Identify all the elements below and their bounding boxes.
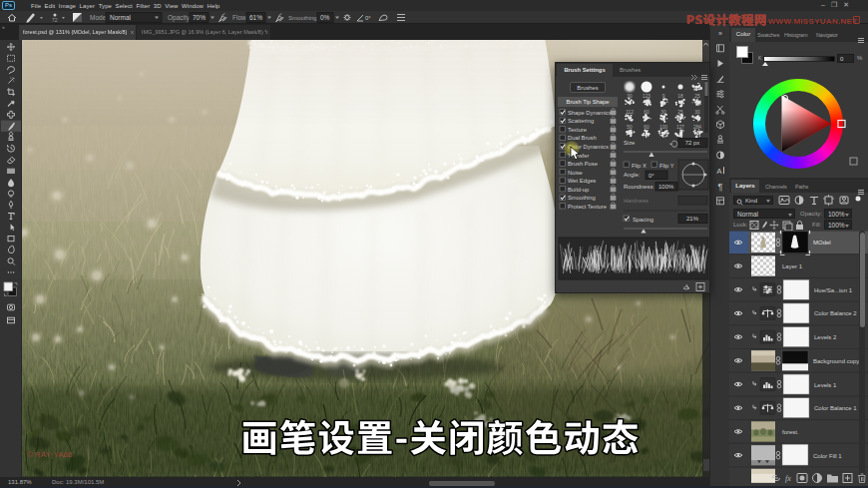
svg-text:Build-up: Build-up xyxy=(568,187,589,193)
svg-text:Hardness: Hardness xyxy=(624,198,649,204)
svg-text:Levels 1: Levels 1 xyxy=(814,382,837,388)
svg-text:¶: ¶ xyxy=(718,182,723,192)
svg-text:Texture: Texture xyxy=(568,127,587,133)
svg-text:Scattering: Scattering xyxy=(568,118,594,124)
svg-text:Flow:: Flow: xyxy=(232,14,248,21)
svg-text:0%: 0% xyxy=(320,14,330,21)
svg-text:18: 18 xyxy=(677,94,683,99)
svg-text:Brush Pose: Brush Pose xyxy=(568,161,598,167)
svg-text:Noise: Noise xyxy=(568,170,583,176)
svg-text:60: 60 xyxy=(644,110,650,115)
svg-text:Flip X: Flip X xyxy=(632,163,647,169)
svg-text:Shape Dynamics: Shape Dynamics xyxy=(568,110,612,116)
svg-text:30: 30 xyxy=(660,110,666,115)
svg-text:forest.: forest. xyxy=(782,429,799,435)
svg-text:Spacing: Spacing xyxy=(633,217,653,223)
svg-text:9: 9 xyxy=(662,94,665,99)
svg-text:Levels 2: Levels 2 xyxy=(814,334,837,340)
svg-text:Normal: Normal xyxy=(110,14,132,21)
svg-text:Flip Y: Flip Y xyxy=(659,163,674,169)
svg-text:30: 30 xyxy=(694,110,700,115)
svg-text:Layer 1: Layer 1 xyxy=(782,263,803,269)
svg-text:Background copy.: Background copy. xyxy=(813,358,861,364)
svg-text:50: 50 xyxy=(627,125,633,130)
svg-text:Size: Size xyxy=(624,140,635,146)
svg-text:72: 72 xyxy=(52,17,58,23)
svg-text:Wet Edges: Wet Edges xyxy=(568,178,596,184)
svg-text:100: 100 xyxy=(659,125,667,130)
svg-text:Color Balance 2: Color Balance 2 xyxy=(814,310,857,316)
svg-text:25: 25 xyxy=(694,94,700,99)
svg-text:MOdel: MOdel xyxy=(813,240,831,245)
svg-text:»: » xyxy=(718,30,722,37)
svg-text:Protect Texture: Protect Texture xyxy=(568,204,607,210)
svg-text:21%: 21% xyxy=(686,216,699,222)
svg-text:70%: 70% xyxy=(193,14,206,21)
svg-text:127: 127 xyxy=(676,125,684,130)
svg-text:60: 60 xyxy=(644,125,650,130)
svg-text:100%: 100% xyxy=(658,184,674,190)
svg-text:Smoothing: Smoothing xyxy=(568,195,596,201)
svg-text:61%: 61% xyxy=(249,14,262,21)
svg-text:A: A xyxy=(716,167,722,176)
svg-text:Roundness:: Roundness: xyxy=(624,184,654,190)
svg-text:123: 123 xyxy=(643,94,651,99)
svg-text:25: 25 xyxy=(677,110,683,115)
svg-text:fx: fx xyxy=(785,474,791,483)
svg-text:Opacity:: Opacity: xyxy=(168,14,192,22)
svg-text:112: 112 xyxy=(626,110,634,115)
svg-text:Color Fill 1: Color Fill 1 xyxy=(813,453,842,459)
svg-text:Smoothing:: Smoothing: xyxy=(288,15,319,21)
svg-text:Angle:: Angle: xyxy=(624,172,641,178)
svg-text:0°: 0° xyxy=(649,173,654,179)
svg-text:Color Balance 1: Color Balance 1 xyxy=(814,405,857,411)
svg-text:284: 284 xyxy=(693,125,701,130)
svg-text:Hue/Sa...ion 1: Hue/Sa...ion 1 xyxy=(814,287,853,293)
svg-text:72 px: 72 px xyxy=(685,140,700,146)
svg-text:0°: 0° xyxy=(365,15,371,21)
